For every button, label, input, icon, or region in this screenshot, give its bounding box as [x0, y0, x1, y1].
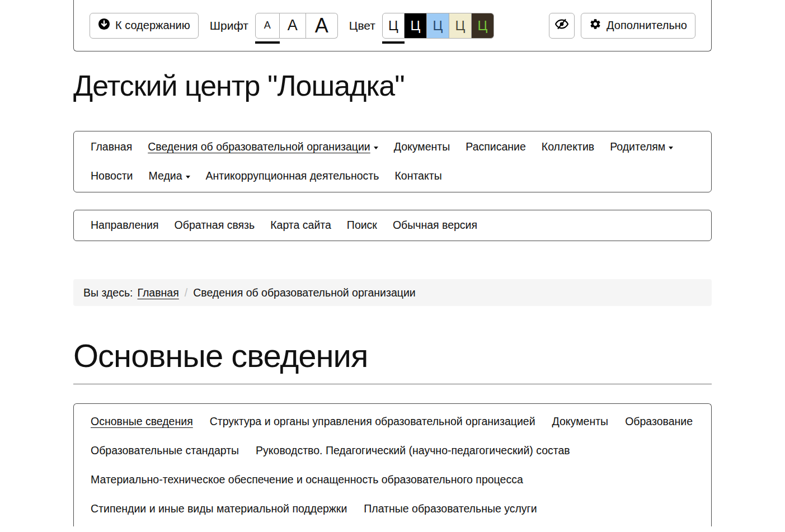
- nav-item-schedule: Расписание: [466, 133, 526, 162]
- font-size-large-button[interactable]: А: [306, 13, 338, 39]
- breadcrumb: Вы здесь: Главная / Сведения об образова…: [73, 279, 712, 306]
- nav-link-home[interactable]: Главная: [91, 140, 132, 153]
- arrow-circle-down-icon: [98, 18, 110, 33]
- color-scheme-black-button[interactable]: Ц: [405, 13, 427, 39]
- breadcrumb-current: Сведения об образовательной организации: [193, 286, 416, 299]
- nav-item-parents: Родителям: [610, 133, 673, 162]
- nav-link-parents[interactable]: Родителям: [610, 140, 665, 153]
- breadcrumb-prefix: Вы здесь:: [83, 286, 133, 299]
- chevron-down-icon: [669, 147, 673, 149]
- to-content-label: К содержанию: [115, 19, 190, 32]
- chevron-down-icon: [374, 147, 378, 149]
- nav-item-sitemap: Карта сайта: [270, 211, 331, 240]
- section-link-standards[interactable]: Образовательные стандарты: [91, 444, 239, 456]
- nav-link-anticorruption[interactable]: Антикоррупционная деятельность: [206, 170, 379, 182]
- site-title: Детский центр "Лошадка": [73, 68, 712, 103]
- section-item-documents: Документы: [552, 407, 609, 436]
- heading-divider: [73, 384, 712, 384]
- nav-link-contacts[interactable]: Контакты: [394, 170, 441, 182]
- font-size-group: А А А: [255, 13, 338, 39]
- images-toggle-button[interactable]: [549, 13, 575, 39]
- color-label: Цвет: [349, 19, 375, 32]
- section-item-standards: Образовательные стандарты: [91, 436, 239, 465]
- section-link-education[interactable]: Образование: [625, 415, 693, 427]
- section-link-scholarships[interactable]: Стипендии и иные виды материальной подде…: [91, 502, 347, 515]
- gear-icon: [589, 18, 601, 33]
- page-title: Основные сведения: [73, 337, 712, 375]
- breadcrumb-link-home[interactable]: Главная: [138, 286, 179, 299]
- nav-item-media: Медиа: [149, 162, 190, 191]
- page-container: К содержанию Шрифт А А А Цвет Ц Ц Ц Ц Ц: [73, 0, 712, 526]
- nav-item-search: Поиск: [347, 211, 377, 240]
- nav-link-documents[interactable]: Документы: [394, 140, 450, 153]
- nav-item-feedback: Обратная связь: [175, 211, 255, 240]
- nav-item-home: Главная: [91, 133, 132, 162]
- to-content-button[interactable]: К содержанию: [90, 13, 199, 39]
- color-scheme-blue-button[interactable]: Ц: [427, 13, 449, 39]
- accessibility-toolbar: К содержанию Шрифт А А А Цвет Ц Ц Ц Ц Ц: [73, 0, 712, 51]
- section-item-leadership: Руководство. Педагогический (научно-педа…: [256, 436, 570, 465]
- nav-item-directions: Направления: [91, 211, 159, 240]
- section-item-facilities: Материально-техническое обеспечение и ос…: [91, 465, 523, 495]
- secondary-navigation: Направления Обратная связь Карта сайта П…: [73, 210, 712, 241]
- nav-link-org-info[interactable]: Сведения об образовательной организации: [148, 140, 370, 153]
- nav-link-search[interactable]: Поиск: [347, 219, 377, 231]
- additional-settings-button[interactable]: Дополнительно: [581, 13, 695, 39]
- section-link-leadership[interactable]: Руководство. Педагогический (научно-педа…: [256, 444, 570, 456]
- section-item-basic-info: Основные сведения: [91, 407, 193, 436]
- section-link-structure[interactable]: Структура и органы управления образовате…: [210, 415, 535, 427]
- font-size-medium-button[interactable]: А: [280, 13, 306, 39]
- color-scheme-group: Ц Ц Ц Ц Ц: [382, 13, 494, 39]
- nav-link-schedule[interactable]: Расписание: [466, 140, 526, 153]
- nav-link-sitemap[interactable]: Карта сайта: [270, 219, 331, 231]
- nav-link-feedback[interactable]: Обратная связь: [175, 219, 255, 231]
- font-size-small-button[interactable]: А: [255, 13, 280, 39]
- nav-item-documents: Документы: [394, 133, 450, 162]
- section-link-paid-services[interactable]: Платные образовательные услуги: [364, 502, 537, 515]
- nav-link-directions[interactable]: Направления: [91, 219, 159, 231]
- toolbar-right-group: Дополнительно: [549, 13, 695, 39]
- section-item-scholarships: Стипендии и иные виды материальной подде…: [91, 495, 347, 524]
- eye-slash-icon: [554, 17, 569, 34]
- nav-item-org-info: Сведения об образовательной организации: [148, 133, 378, 162]
- main-navigation: Главная Сведения об образовательной орга…: [73, 131, 712, 192]
- chevron-down-icon: [186, 176, 190, 178]
- section-link-facilities[interactable]: Материально-техническое обеспечение и ос…: [91, 473, 523, 486]
- nav-item-anticorruption: Антикоррупционная деятельность: [206, 162, 379, 191]
- nav-item-news: Новости: [91, 162, 133, 191]
- nav-link-media[interactable]: Медиа: [149, 170, 182, 182]
- nav-link-normal-version[interactable]: Обычная версия: [393, 219, 477, 231]
- additional-settings-label: Дополнительно: [607, 19, 687, 32]
- section-item-education: Образование: [625, 407, 693, 436]
- nav-item-contacts: Контакты: [394, 162, 441, 191]
- color-scheme-brown-button[interactable]: Ц: [472, 13, 494, 39]
- nav-link-staff[interactable]: Коллектив: [542, 140, 594, 153]
- section-item-paid-services: Платные образовательные услуги: [364, 495, 537, 524]
- font-label: Шрифт: [210, 19, 248, 32]
- section-link-basic-info[interactable]: Основные сведения: [91, 415, 193, 427]
- color-scheme-white-button[interactable]: Ц: [382, 13, 405, 39]
- nav-link-news[interactable]: Новости: [91, 170, 133, 182]
- section-link-documents[interactable]: Документы: [552, 415, 609, 427]
- breadcrumb-separator: /: [185, 286, 187, 299]
- nav-item-normal-version: Обычная версия: [393, 211, 477, 240]
- section-item-structure: Структура и органы управления образовате…: [210, 407, 535, 436]
- nav-item-staff: Коллектив: [542, 133, 594, 162]
- color-scheme-beige-button[interactable]: Ц: [449, 13, 472, 39]
- section-navigation: Основные сведения Структура и органы упр…: [73, 403, 712, 526]
